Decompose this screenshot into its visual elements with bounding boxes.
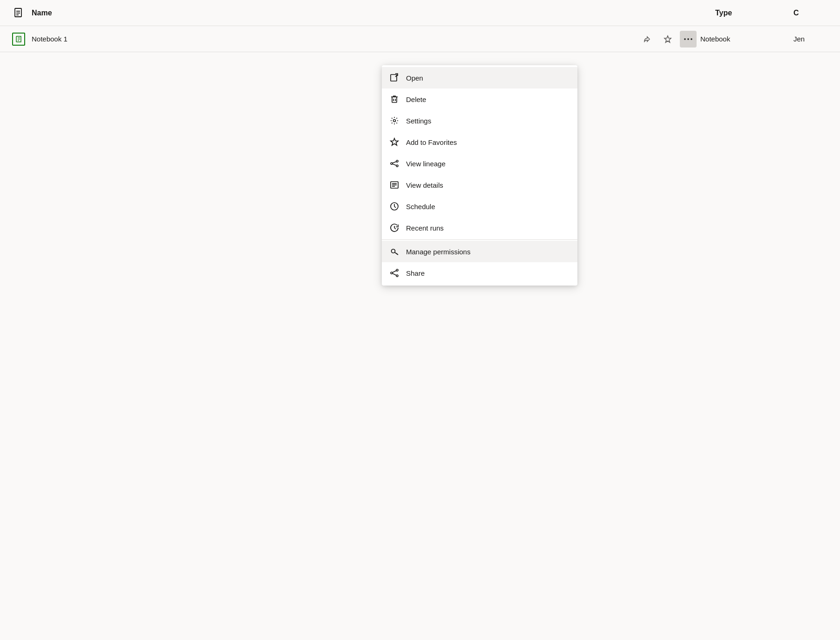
svg-point-34 <box>396 275 398 277</box>
svg-point-32 <box>396 269 398 271</box>
view-details-label: View details <box>406 181 443 189</box>
header-file-icon <box>9 8 28 18</box>
menu-item-add-to-favorites[interactable]: Add to Favorites <box>382 131 577 153</box>
svg-point-8 <box>684 38 686 40</box>
view-lineage-label: View lineage <box>406 160 446 168</box>
share-button[interactable] <box>639 31 656 48</box>
svg-point-16 <box>393 120 396 122</box>
schedule-label: Schedule <box>406 203 435 211</box>
open-icon <box>389 73 400 83</box>
name-column-header: Name <box>28 9 654 17</box>
svg-line-36 <box>393 273 396 275</box>
menu-item-view-details[interactable]: View details <box>382 174 577 196</box>
context-menu: Open Delete Settings <box>382 65 577 286</box>
svg-line-22 <box>393 164 396 165</box>
recent-runs-label: Recent runs <box>406 224 444 232</box>
notebook-type: Notebook <box>700 35 793 43</box>
menu-item-recent-runs[interactable]: Recent runs <box>382 217 577 238</box>
extra-column-header: C <box>793 9 831 17</box>
share-icon <box>389 268 400 278</box>
share-label: Share <box>406 269 425 277</box>
svg-point-33 <box>391 272 393 274</box>
favorite-button[interactable] <box>659 31 676 48</box>
notebook-owner: Jen <box>793 35 831 43</box>
delete-icon <box>389 94 400 104</box>
svg-point-9 <box>687 38 689 40</box>
svg-marker-17 <box>391 138 398 145</box>
svg-rect-0 <box>15 8 21 17</box>
svg-marker-7 <box>664 36 671 42</box>
notebook-name: Notebook 1 <box>28 35 639 43</box>
table-row: Notebook 1 Notebook Jen <box>0 26 840 52</box>
row-actions <box>639 31 697 48</box>
type-column-header: Type <box>654 9 793 17</box>
settings-icon <box>389 116 400 126</box>
open-label: Open <box>406 74 423 82</box>
more-options-button[interactable] <box>680 31 697 48</box>
svg-point-18 <box>391 163 393 164</box>
menu-item-share[interactable]: Share <box>382 262 577 284</box>
svg-line-21 <box>393 162 396 163</box>
svg-point-10 <box>691 38 692 40</box>
svg-point-19 <box>396 160 398 162</box>
menu-item-settings[interactable]: Settings <box>382 110 577 131</box>
add-to-favorites-label: Add to Favorites <box>406 138 457 146</box>
menu-divider <box>382 239 577 240</box>
menu-item-manage-permissions[interactable]: Manage permissions <box>382 241 577 262</box>
svg-point-29 <box>392 249 395 253</box>
delete-label: Delete <box>406 95 426 103</box>
schedule-icon <box>389 201 400 211</box>
manage-permissions-label: Manage permissions <box>406 248 470 256</box>
svg-point-20 <box>396 165 398 167</box>
menu-item-delete[interactable]: Delete <box>382 89 577 110</box>
star-icon <box>389 137 400 147</box>
details-icon <box>389 180 400 190</box>
recent-runs-icon <box>389 223 400 233</box>
menu-item-view-lineage[interactable]: View lineage <box>382 153 577 174</box>
svg-line-35 <box>393 271 396 272</box>
svg-line-31 <box>397 253 397 254</box>
notebook-icon <box>9 33 28 46</box>
lineage-icon <box>389 158 400 169</box>
svg-rect-11 <box>391 75 397 81</box>
table-header: Name Type C <box>0 0 840 26</box>
svg-rect-13 <box>392 97 397 102</box>
menu-item-schedule[interactable]: Schedule <box>382 196 577 217</box>
menu-item-open[interactable]: Open <box>382 67 577 89</box>
settings-label: Settings <box>406 117 431 125</box>
key-icon <box>389 246 400 257</box>
